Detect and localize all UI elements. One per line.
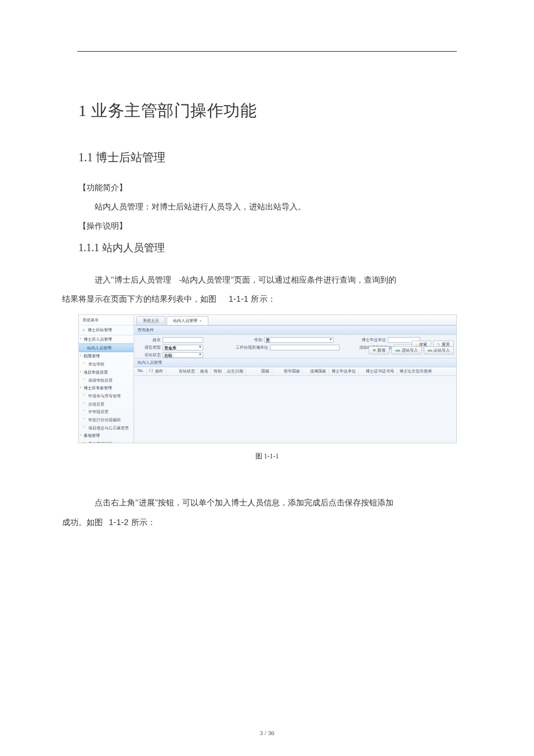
import-out-button[interactable]: xls出站导入 xyxy=(424,346,454,355)
col-action[interactable]: 操作 xyxy=(153,368,166,374)
tab-label: 站内人员管理 xyxy=(173,319,197,323)
para2-seg-a: 点击右上角"进展"按钮，可以单个加入博士人员信息，添加完成后点击保存按钮添加 xyxy=(95,498,394,507)
add-button[interactable]: ✚新增 xyxy=(369,346,389,355)
heading-2: 1.1 博士后站管理 xyxy=(78,150,456,165)
sidebar-item-apply-seq[interactable]: 申报单与序号管理 xyxy=(79,392,134,400)
sidebar-item-review-group[interactable]: 评审组设置 xyxy=(79,408,134,416)
para2-fig-ref: 1-1-2 所示： xyxy=(109,518,156,527)
import-in-label: 进站导入 xyxy=(402,348,418,353)
col-name[interactable]: 姓名 xyxy=(198,368,211,374)
input-name[interactable] xyxy=(163,337,203,343)
main-area: 系统主页 站内人员管理× 查询条件 姓名 性别 男 博士毕业单位 xyxy=(134,315,456,443)
page-footer: 3 / 36 xyxy=(0,729,534,736)
xls-icon: xls xyxy=(428,349,432,352)
sidebar-item-fund-audit[interactable]: 资金申请审核 xyxy=(79,440,134,443)
home-icon: ⌂ xyxy=(82,328,85,332)
sidebar-home[interactable]: ⌂ 博士后站管理 xyxy=(79,325,134,335)
sidebar-home-label: 博士后站管理 xyxy=(88,328,112,332)
figure-1-1-1: 系统菜单 ⌂ 博士后站管理 博士后人员管理 站内人员管理 权限管理 单位审核 项… xyxy=(78,314,457,443)
sidebar-cat-project-approval[interactable]: 项目审批设置 xyxy=(79,368,134,377)
para1-seg-c: 结果将显示在页面下方的结果列表中，如图 xyxy=(62,295,217,303)
label-gender: 性别 xyxy=(238,337,262,343)
label-work-unit: 工作站现所属单位 xyxy=(225,345,268,350)
label-report-type: 报告类型 xyxy=(136,345,161,350)
tab-station-personnel[interactable]: 站内人员管理× xyxy=(167,316,208,325)
col-status[interactable]: 在站状态 xyxy=(176,368,198,374)
heading-1: 1 业务主管部门操作功能 xyxy=(78,100,456,122)
col-check[interactable]: ☐ xyxy=(147,368,153,374)
import-out-label: 出站导入 xyxy=(434,348,450,353)
xls-icon: xls xyxy=(395,349,400,352)
sidebar-item-unit-audit[interactable]: 单位审核 xyxy=(79,360,134,368)
sidebar-cat-permission[interactable]: 权限管理 xyxy=(79,352,134,360)
col-cert[interactable]: 博士证书证书号 xyxy=(363,368,397,374)
grid-title: 站内人员管理 xyxy=(138,360,162,364)
label-status: 在站状态 xyxy=(136,352,161,358)
figure-caption: 图 1-1-1 xyxy=(78,451,456,461)
select-gender[interactable]: 男 xyxy=(264,337,334,343)
tabs: 系统主页 站内人员管理× xyxy=(134,315,456,325)
page-corner-dot-bot: . xyxy=(77,514,79,520)
sidebar: 系统菜单 ⌂ 博士后站管理 博士后人员管理 站内人员管理 权限管理 单位审核 项… xyxy=(79,315,134,443)
grid-body-empty xyxy=(134,376,456,443)
col-gender[interactable]: 性别 xyxy=(211,368,225,374)
select-gender-value: 男 xyxy=(266,338,270,342)
sidebar-item-project-info[interactable]: 项目信息与公示展览查 xyxy=(79,424,134,432)
para2-seg-b: 成功。如图 xyxy=(62,518,103,527)
panel-query-header: 查询条件 xyxy=(134,325,456,335)
tab-home[interactable]: 系统主页 xyxy=(136,316,165,325)
sidebar-item-score-group[interactable]: 审批打分分组编排 xyxy=(79,416,134,424)
col-flow-nat[interactable]: 流博国家 xyxy=(308,368,329,374)
label-name: 姓名 xyxy=(136,337,161,343)
select-status[interactable]: 在站 xyxy=(163,352,203,358)
function-intro-label: 【功能简介】 xyxy=(78,183,456,193)
select-report-type[interactable]: 资金库 xyxy=(163,345,203,350)
col-advisor[interactable]: 博士论文指导老师 xyxy=(397,368,434,374)
page-corner-dot xyxy=(455,44,457,46)
plus-icon: ✚ xyxy=(373,348,376,353)
para1-seg-a: 进入"博士后人员管理 xyxy=(95,276,171,284)
col-dob[interactable]: 出生日期 xyxy=(225,368,246,374)
col-abroad[interactable]: 留学国家 xyxy=(282,368,303,374)
grid-columns: No. ☐ 操作 在站状态 姓名 性别 出生日期 国籍 留学国家 流博国家 博士… xyxy=(134,367,456,376)
close-icon[interactable]: × xyxy=(200,319,202,323)
page-rule xyxy=(77,51,457,52)
sidebar-cat-expert[interactable]: 博士后专家管理 xyxy=(79,384,134,392)
grid-actions: ✚新增 xls进站导入 xls出站导入 xyxy=(369,346,454,355)
para1-fig-ref: 1-1-1 所示： xyxy=(229,294,276,303)
grid-title-bar: 站内人员管理 xyxy=(134,358,456,367)
sidebar-item-station-personnel[interactable]: 站内人员管理 xyxy=(79,343,134,353)
sidebar-cat-base[interactable]: 基地管理 xyxy=(79,432,134,440)
para1-seg-b: -站内人员管理"页面，可以通过相应条件进行查询，查询到的 xyxy=(179,276,396,284)
sidebar-item-group-setting[interactable]: 分组设置 xyxy=(79,400,134,408)
input-work-unit[interactable] xyxy=(270,345,340,350)
paragraph-2: 点击右上角"进展"按钮，可以单个加入博士人员信息，添加完成后点击保存按钮添加 成… xyxy=(78,494,456,531)
add-label: 新增 xyxy=(377,348,385,353)
col-no[interactable]: No. xyxy=(135,368,147,374)
sidebar-item-fill-audit[interactable]: 填报审核设置 xyxy=(79,377,134,385)
paragraph-1: 进入"博士后人员管理 -站内人员管理"页面，可以通过相应条件进行查询，查询到的 … xyxy=(78,271,456,309)
label-phd-unit: 博士毕业单位 xyxy=(355,337,386,343)
import-in-button[interactable]: xls进站导入 xyxy=(391,346,421,355)
operation-label: 【操作说明】 xyxy=(78,221,456,231)
col-phd-unit[interactable]: 博士毕业单位 xyxy=(329,368,359,374)
heading-3: 1.1.1 站内人员管理 xyxy=(78,241,456,255)
select-status-value: 在站 xyxy=(164,353,172,357)
function-intro-body: 站内人员管理：对博士后站进行人员导入，进站出站导入。 xyxy=(78,199,456,215)
col-nation[interactable]: 国籍 xyxy=(259,368,272,374)
sidebar-cat-personnel[interactable]: 博士后人员管理 xyxy=(79,335,134,343)
sidebar-title: 系统菜单 xyxy=(79,315,134,325)
select-report-type-value: 资金库 xyxy=(164,346,176,350)
